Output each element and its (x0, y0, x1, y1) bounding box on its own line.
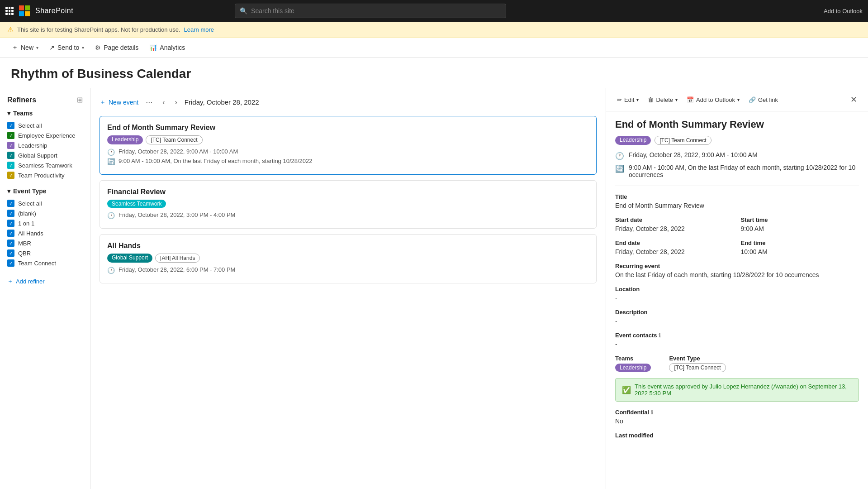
event-title-1: End of Month Summary Review (107, 124, 589, 132)
page-details-label: Page details (104, 44, 138, 51)
description-value: - (615, 317, 859, 325)
event-contacts-section: Event contacts ℹ - (615, 332, 859, 348)
checkbox-qbr[interactable]: ✓ (7, 249, 14, 257)
new-chevron-icon: ▾ (36, 45, 38, 50)
chevron-down-icon: ▾ (7, 187, 10, 195)
refiner-leadership[interactable]: ✓ Leadership (7, 140, 83, 150)
edit-chevron-icon: ▾ (636, 97, 639, 102)
teams-section-title[interactable]: ▾ Teams (7, 110, 83, 117)
app-launcher-icon[interactable] (5, 7, 14, 15)
teams-refiner-section: ▾ Teams ✓ Select all ✓ Employee Experien… (7, 110, 83, 180)
prev-date-button[interactable]: ‹ (160, 96, 167, 108)
delete-chevron-icon: ▾ (675, 97, 678, 102)
checkbox-blank[interactable]: ✓ (7, 210, 14, 217)
new-event-button[interactable]: ＋ New event (100, 98, 138, 106)
divider-1 (615, 186, 859, 186)
search-bar[interactable]: 🔍 (235, 4, 506, 18)
checkbox-seamless-teamwork[interactable]: ✓ (7, 162, 14, 169)
edit-button[interactable]: ✏ Edit ▾ (613, 94, 642, 105)
main-layout: Refiners ⊞ ▾ Teams ✓ Select all ✓ Employ… (0, 88, 868, 489)
refiners-layout-icon[interactable]: ⊞ (77, 96, 83, 104)
delete-icon: 🗑 (648, 96, 654, 103)
title-field-value: End of Month Summary Review (615, 202, 859, 209)
delete-button[interactable]: 🗑 Delete ▾ (644, 94, 681, 105)
checkbox-leadership[interactable]: ✓ (7, 142, 14, 149)
checkbox-mbr[interactable]: ✓ (7, 240, 14, 247)
recurring-event-section: Recurring event On the last Friday of ea… (615, 263, 859, 278)
plus-icon: ＋ (7, 277, 13, 285)
event-datetime-2: 🕐 Friday, October 28, 2022, 3:00 PM - 4:… (107, 211, 589, 219)
add-to-outlook-label: Add to Outlook (696, 96, 735, 103)
event-tags-1: Leadership [TC] Team Connect (107, 135, 589, 144)
search-input[interactable] (251, 7, 501, 14)
refiner-blank[interactable]: ✓ (blank) (7, 208, 83, 218)
detail-title-section: Title End of Month Summary Review (615, 193, 859, 209)
checkbox-team-productivity[interactable]: ✓ (7, 172, 14, 179)
close-detail-button[interactable]: ✕ (847, 93, 861, 106)
refiner-select-all-teams[interactable]: ✓ Select all (7, 120, 83, 130)
event-type-section-title[interactable]: ▾ Event Type (7, 187, 83, 195)
event-contacts-value: - (615, 340, 859, 348)
location-label: Location (615, 286, 859, 292)
end-time-field: End time 10:00 AM (741, 240, 859, 255)
checkbox-employee-experience[interactable]: ✓ (7, 132, 14, 139)
refiner-seamless-teamwork[interactable]: ✓ Seamless Teamwork (7, 160, 83, 170)
refiner-global-support[interactable]: ✓ Global Support (7, 150, 83, 160)
info-icon[interactable]: ℹ (659, 332, 661, 339)
detail-time-text: Friday, October 28, 2022, 9:00 AM - 10:0… (629, 151, 758, 158)
detail-primary-time: 🕐 Friday, October 28, 2022, 9:00 AM - 10… (615, 151, 859, 160)
refiner-qbr[interactable]: ✓ QBR (7, 248, 83, 258)
next-date-button[interactable]: › (172, 96, 180, 108)
detail-date-time-grid: Start date Friday, October 28, 2022 Star… (615, 216, 859, 255)
add-to-outlook-button[interactable]: 📅 Add to Outlook ▾ (683, 94, 743, 105)
event-type-label: Event Type (13, 187, 47, 195)
nav-actions: Add to Outlook (824, 8, 863, 14)
refiner-all-hands[interactable]: ✓ All Hands (7, 228, 83, 238)
edit-icon: ✏ (617, 96, 622, 103)
confidential-label: Confidential ℹ (615, 409, 859, 416)
event-card-1[interactable]: End of Month Summary Review Leadership [… (100, 116, 597, 175)
event-card-3[interactable]: All Hands Global Support [AH] All Hands … (100, 234, 597, 283)
page-toolbar: ＋ New ▾ ↗ Send to ▾ ⚙ Page details 📊 Ana… (0, 38, 868, 58)
link-icon: 🔗 (749, 96, 756, 103)
clock-icon: 🕐 (107, 267, 115, 274)
refiner-select-all-events[interactable]: ✓ Select all (7, 198, 83, 208)
checkbox-all-hands[interactable]: ✓ (7, 230, 14, 237)
refiner-mbr[interactable]: ✓ MBR (7, 238, 83, 248)
event-tags-3: Global Support [AH] All Hands (107, 254, 589, 263)
add-to-outlook-button[interactable]: Add to Outlook (824, 8, 863, 14)
plus-icon: ＋ (100, 98, 106, 106)
event-type-refiner-section: ▾ Event Type ✓ Select all ✓ (blank) ✓ 1 … (7, 187, 83, 268)
event-card-2[interactable]: Financial Review Seamless Teamwork 🕐 Fri… (100, 180, 597, 229)
add-refiner-button[interactable]: ＋ Add refiner (7, 275, 83, 287)
event-datetime-1: 🕐 Friday, October 28, 2022, 9:00 AM - 10… (107, 148, 589, 156)
learn-more-link[interactable]: Learn more (184, 26, 214, 33)
refiner-label: Global Support (18, 152, 57, 159)
checkbox-select-all-events[interactable]: ✓ (7, 200, 14, 207)
new-button[interactable]: ＋ New ▾ (7, 41, 43, 54)
description-label: Description (615, 309, 859, 316)
more-options-button[interactable]: ··· (143, 96, 155, 109)
end-time-value: 10:00 AM (741, 248, 859, 255)
recurring-value: On the last Friday of each month, starti… (615, 271, 859, 278)
refiner-label: Team Connect (18, 260, 56, 267)
checkbox-select-all-teams[interactable]: ✓ (7, 122, 14, 129)
send-to-button[interactable]: ↗ Send to ▾ (45, 41, 89, 54)
get-link-button[interactable]: 🔗 Get link (745, 94, 782, 105)
checkbox-1on1[interactable]: ✓ (7, 220, 14, 227)
confidential-info-icon[interactable]: ℹ (651, 409, 653, 416)
refiner-team-connect[interactable]: ✓ Team Connect (7, 258, 83, 268)
checkbox-team-connect[interactable]: ✓ (7, 259, 14, 267)
refiners-panel: Refiners ⊞ ▾ Teams ✓ Select all ✓ Employ… (0, 88, 90, 489)
event-time-text-3: Friday, October 28, 2022, 6:00 PM - 7:00… (119, 266, 235, 273)
analytics-button[interactable]: 📊 Analytics (145, 41, 190, 54)
refiner-label: QBR (18, 250, 31, 257)
checkbox-global-support[interactable]: ✓ (7, 152, 14, 159)
refiner-team-productivity[interactable]: ✓ Team Productivity (7, 170, 83, 180)
refiner-employee-experience[interactable]: ✓ Employee Experience (7, 130, 83, 140)
teams-event-type-row: Teams Leadership Event Type [TC] Team Co… (615, 355, 859, 371)
page-details-button[interactable]: ⚙ Page details (90, 41, 143, 54)
detail-tag-tc: [TC] Team Connect (655, 136, 711, 145)
tag-seamless-2: Seamless Teamwork (107, 200, 166, 208)
refiner-1on1[interactable]: ✓ 1 on 1 (7, 218, 83, 228)
